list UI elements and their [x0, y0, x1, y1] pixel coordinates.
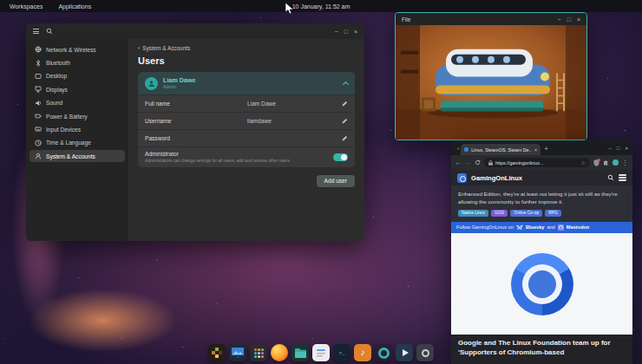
edit-icon[interactable]	[342, 135, 348, 141]
extensions-puzzle-icon[interactable]	[603, 159, 609, 166]
menu-icon[interactable]	[33, 29, 39, 34]
page-menu-icon[interactable]	[619, 174, 626, 181]
forward-button[interactable]: →	[465, 159, 471, 166]
dock: >_ ♪	[208, 344, 434, 361]
user-card: Liam Dawe Admin Full name Liam Dawe User…	[138, 72, 355, 167]
maximize-button[interactable]: □	[617, 146, 620, 151]
adblock-shield-icon[interactable]	[593, 159, 599, 166]
sidebar-item-label: Bluetooth	[46, 60, 70, 66]
field-label: Full name	[145, 101, 247, 107]
tab-title: Linux, SteamOS, Steam De...	[471, 147, 531, 153]
back-breadcrumb[interactable]: ‹ System & Accounts	[138, 45, 355, 51]
retro-game-icon[interactable]	[208, 344, 226, 361]
close-button[interactable]: ×	[577, 16, 580, 23]
terminal-icon[interactable]: >_	[333, 344, 350, 361]
applications-button[interactable]: Applications	[56, 3, 94, 10]
sidebar-item-bluetooth[interactable]: Bluetooth	[29, 56, 125, 68]
keyboard-icon	[35, 126, 42, 133]
sidebar-item-time[interactable]: Time & Language	[29, 137, 125, 149]
refresh-button[interactable]	[475, 159, 481, 166]
user-card-header[interactable]: Liam Dawe Admin	[138, 72, 355, 94]
field-row-administrator: Administrator Administrators can change …	[138, 146, 355, 167]
minimize-button[interactable]: −	[335, 29, 338, 35]
administrator-toggle[interactable]	[333, 153, 348, 161]
tag-native-linux[interactable]: Native Linux	[458, 210, 488, 217]
administrator-label: Administrator	[145, 151, 247, 157]
search-icon[interactable]	[46, 28, 53, 35]
settings-content: ‹ System & Accounts Users Liam Dawe Admi…	[128, 39, 364, 241]
terminal-prompt: >_	[338, 350, 344, 356]
mastodon-icon	[558, 224, 564, 231]
chevron-left-icon: ‹	[138, 45, 140, 51]
browser-window: ‹ Linux, SteamOS, Steam De... × + − □ × …	[451, 140, 632, 364]
edit-icon[interactable]	[342, 101, 348, 107]
back-button[interactable]: ←	[455, 159, 462, 166]
sidebar-item-system-accounts[interactable]: System & Accounts	[29, 150, 125, 162]
mastodon-link[interactable]: Mastodon	[567, 224, 589, 230]
sidebar-item-label: Displays	[46, 87, 68, 93]
site-header: GamingOnLinux	[451, 170, 632, 185]
maximize-button[interactable]: □	[344, 29, 348, 35]
bluetooth-icon	[35, 60, 42, 67]
address-bar[interactable]: https://gamingonlinux... ☆	[484, 158, 590, 167]
close-button[interactable]: ×	[354, 29, 357, 35]
file-manager-icon[interactable]	[292, 344, 309, 361]
tag-rpg[interactable]: RPG	[545, 210, 561, 217]
text-editor-icon[interactable]	[312, 344, 330, 361]
article-image	[451, 233, 632, 335]
sidebar-item-label: Input Devices	[46, 127, 81, 133]
clock[interactable]: 10 January, 11:52 am	[292, 3, 350, 10]
new-tab-button[interactable]: +	[544, 145, 548, 153]
minimize-button[interactable]: −	[558, 16, 561, 23]
desktop-icon	[35, 73, 42, 80]
field-label: Username	[145, 118, 247, 124]
app-grid-icon[interactable]	[250, 344, 267, 361]
article-headline[interactable]: Google and The Linux Foundation team up …	[451, 335, 632, 364]
administrator-description: Administrators can change settings for a…	[145, 159, 291, 164]
workspaces-button[interactable]: Workspaces	[7, 3, 45, 10]
file-menu[interactable]: File	[402, 16, 410, 23]
firefox-icon[interactable]	[271, 344, 288, 361]
browser-toolbar: ← → https://gamingonlinux... ☆ ⋮	[451, 155, 632, 170]
screen-recorder-icon[interactable]	[416, 344, 434, 361]
sidebar-item-displays[interactable]: Displays	[29, 83, 125, 95]
tag-gog[interactable]: GOG	[491, 210, 508, 217]
page-search-icon[interactable]	[607, 174, 614, 181]
minimize-button[interactable]: −	[608, 146, 612, 151]
site-name[interactable]: GamingOnLinux	[471, 174, 522, 182]
bluesky-link[interactable]: Bluesky	[526, 224, 544, 230]
sidebar-item-label: Network & Wireless	[46, 47, 96, 53]
settings-window: − □ × Network & Wireless Bluetooth Deskt…	[26, 23, 364, 241]
article-text: Enhanced Edition, they're at least not l…	[451, 185, 632, 210]
tab-scroll-left-icon[interactable]: ‹	[457, 146, 459, 152]
tag-online-coop[interactable]: Online Co-op	[510, 210, 542, 217]
add-user-button[interactable]: Add user	[317, 175, 355, 187]
music-player-icon[interactable]: ♪	[354, 344, 371, 361]
software-store-icon[interactable]	[375, 344, 392, 361]
sidebar-item-power[interactable]: Power & Battery	[29, 110, 125, 122]
browser-tab[interactable]: Linux, SteamOS, Steam De... ×	[461, 144, 540, 155]
video-player-icon[interactable]	[396, 344, 413, 361]
accounts-icon	[35, 153, 42, 159]
settings-titlebar[interactable]: − □ ×	[26, 23, 364, 39]
sidebar-item-input[interactable]: Input Devices	[29, 123, 125, 135]
top-panel: Workspaces Applications 10 January, 11:5…	[0, 0, 642, 12]
follow-and: and	[547, 224, 554, 230]
edit-icon[interactable]	[342, 118, 348, 124]
sidebar-item-label: Desktop	[46, 73, 67, 79]
chevron-up-icon	[343, 81, 349, 87]
site-logo[interactable]	[457, 173, 467, 183]
close-button[interactable]: ×	[625, 146, 628, 151]
sidebar-item-desktop[interactable]: Desktop	[29, 70, 125, 82]
screenshot-viewer-icon[interactable]	[229, 344, 246, 361]
sidebar-item-sound[interactable]: Sound	[29, 97, 125, 109]
sidebar-item-network[interactable]: Network & Wireless	[29, 43, 125, 55]
profile-avatar[interactable]	[613, 159, 619, 166]
browser-menu-icon[interactable]: ⋮	[622, 159, 628, 166]
tab-close-icon[interactable]: ×	[534, 147, 538, 153]
bookmark-star-icon[interactable]: ☆	[581, 159, 586, 166]
url-text: https://gamingonlinux...	[495, 160, 579, 166]
sidebar-item-label: Time & Language	[46, 140, 91, 146]
maximize-button[interactable]: □	[567, 16, 571, 23]
viewer-titlebar[interactable]: File − □ ×	[396, 13, 586, 25]
